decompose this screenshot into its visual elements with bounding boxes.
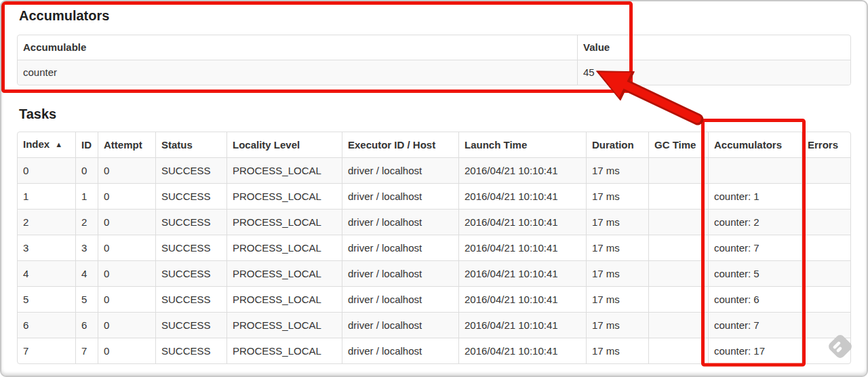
cell-errors <box>802 235 850 260</box>
cell-index: 2 <box>18 209 75 235</box>
cell-index: 0 <box>18 157 75 183</box>
cell-gc-time <box>648 312 708 338</box>
col-locality-level[interactable]: Locality Level <box>226 132 342 157</box>
cell-duration: 17 ms <box>586 235 648 260</box>
cell-launch-time: 2016/04/21 10:10:41 <box>458 183 586 209</box>
cell-index: 1 <box>18 183 75 209</box>
col-value: Value <box>577 35 850 60</box>
cell-errors <box>802 183 850 209</box>
cell-status: SUCCESS <box>155 338 226 363</box>
cell-status: SUCCESS <box>155 157 226 183</box>
cell-accumulators: counter: 1 <box>708 183 802 209</box>
col-duration[interactable]: Duration <box>586 132 648 157</box>
cell-attempt: 0 <box>98 209 155 235</box>
cell-launch-time: 2016/04/21 10:10:41 <box>458 312 586 338</box>
cell-id: 1 <box>75 183 98 209</box>
col-status[interactable]: Status <box>155 132 226 157</box>
cell-errors <box>802 260 850 286</box>
cell-status: SUCCESS <box>155 260 226 286</box>
cell-attempt: 0 <box>98 312 155 338</box>
cell-executor: driver / localhost <box>342 209 458 235</box>
cell-duration: 17 ms <box>586 157 648 183</box>
cell-accumulators: counter: 17 <box>708 338 802 363</box>
cell-executor: driver / localhost <box>342 286 458 312</box>
cell-locality: PROCESS_LOCAL <box>226 209 342 235</box>
cell-duration: 17 ms <box>586 260 648 286</box>
cell-attempt: 0 <box>98 338 155 363</box>
tasks-table: Index▲ ID Attempt Status Locality Level … <box>17 132 851 364</box>
cell-accumulators <box>708 157 802 183</box>
cell-locality: PROCESS_LOCAL <box>226 183 342 209</box>
cell-locality: PROCESS_LOCAL <box>226 286 342 312</box>
col-id[interactable]: ID <box>75 132 98 157</box>
cell-attempt: 0 <box>98 286 155 312</box>
cell-accumulators: counter: 7 <box>708 235 802 260</box>
cell-id: 2 <box>75 209 98 235</box>
cell-accumulators: counter: 6 <box>708 286 802 312</box>
cell-gc-time <box>648 183 708 209</box>
accumulators-header-row: Accumulable Value <box>18 35 850 60</box>
cell-locality: PROCESS_LOCAL <box>226 235 342 260</box>
cell-launch-time: 2016/04/21 10:10:41 <box>458 209 586 235</box>
col-accumulators[interactable]: Accumulators <box>708 132 802 157</box>
col-gc-time[interactable]: GC Time <box>648 132 708 157</box>
cell-errors <box>802 209 850 235</box>
cell-index: 6 <box>18 312 75 338</box>
col-attempt[interactable]: Attempt <box>98 132 155 157</box>
sort-ascending-icon: ▲ <box>55 140 62 148</box>
cell-accumulable-name: counter <box>18 60 577 85</box>
cell-executor: driver / localhost <box>342 260 458 286</box>
cell-locality: PROCESS_LOCAL <box>226 338 342 363</box>
task-row: 0 0 0 SUCCESS PROCESS_LOCAL driver / loc… <box>18 157 850 183</box>
cell-status: SUCCESS <box>155 209 226 235</box>
col-index[interactable]: Index▲ <box>18 132 75 157</box>
cell-errors <box>802 157 850 183</box>
task-row: 2 2 0 SUCCESS PROCESS_LOCAL driver / loc… <box>18 209 850 235</box>
cell-duration: 17 ms <box>586 338 648 363</box>
tasks-header-row: Index▲ ID Attempt Status Locality Level … <box>18 132 850 157</box>
cell-accumulators: counter: 2 <box>708 209 802 235</box>
cell-duration: 17 ms <box>586 209 648 235</box>
cell-id: 0 <box>75 157 98 183</box>
cell-status: SUCCESS <box>155 235 226 260</box>
cell-accumulable-value: 45 <box>577 60 850 85</box>
cell-id: 5 <box>75 286 98 312</box>
col-errors[interactable]: Errors <box>802 132 850 157</box>
cell-executor: driver / localhost <box>342 157 458 183</box>
cell-executor: driver / localhost <box>342 235 458 260</box>
cell-gc-time <box>648 260 708 286</box>
cell-attempt: 0 <box>98 183 155 209</box>
cell-index: 3 <box>18 235 75 260</box>
cell-launch-time: 2016/04/21 10:10:41 <box>458 235 586 260</box>
task-row: 7 7 0 SUCCESS PROCESS_LOCAL driver / loc… <box>18 338 850 363</box>
accumulators-heading: Accumulators <box>19 7 851 24</box>
cell-index: 4 <box>18 260 75 286</box>
cell-attempt: 0 <box>98 157 155 183</box>
cell-accumulators: counter: 7 <box>708 312 802 338</box>
task-row: 6 6 0 SUCCESS PROCESS_LOCAL driver / loc… <box>18 312 850 338</box>
cell-accumulators: counter: 5 <box>708 260 802 286</box>
cell-index: 7 <box>18 338 75 363</box>
task-row: 1 1 0 SUCCESS PROCESS_LOCAL driver / loc… <box>18 183 850 209</box>
cell-executor: driver / localhost <box>342 183 458 209</box>
cell-errors <box>802 312 850 338</box>
cell-id: 7 <box>75 338 98 363</box>
cell-gc-time <box>648 235 708 260</box>
page-content: Accumulators Accumulable Value counter 4… <box>17 0 851 364</box>
cell-id: 6 <box>75 312 98 338</box>
cell-executor: driver / localhost <box>342 338 458 363</box>
task-row: 4 4 0 SUCCESS PROCESS_LOCAL driver / loc… <box>18 260 850 286</box>
cell-gc-time <box>648 209 708 235</box>
cell-locality: PROCESS_LOCAL <box>226 312 342 338</box>
col-accumulable: Accumulable <box>18 35 577 60</box>
cell-status: SUCCESS <box>155 183 226 209</box>
col-launch-time[interactable]: Launch Time <box>458 132 586 157</box>
col-executor-id-host[interactable]: Executor ID / Host <box>342 132 458 157</box>
cell-status: SUCCESS <box>155 286 226 312</box>
cell-attempt: 0 <box>98 235 155 260</box>
cell-launch-time: 2016/04/21 10:10:41 <box>458 260 586 286</box>
cell-launch-time: 2016/04/21 10:10:41 <box>458 157 586 183</box>
task-row: 3 3 0 SUCCESS PROCESS_LOCAL driver / loc… <box>18 235 850 260</box>
cell-status: SUCCESS <box>155 312 226 338</box>
task-row: 5 5 0 SUCCESS PROCESS_LOCAL driver / loc… <box>18 286 850 312</box>
